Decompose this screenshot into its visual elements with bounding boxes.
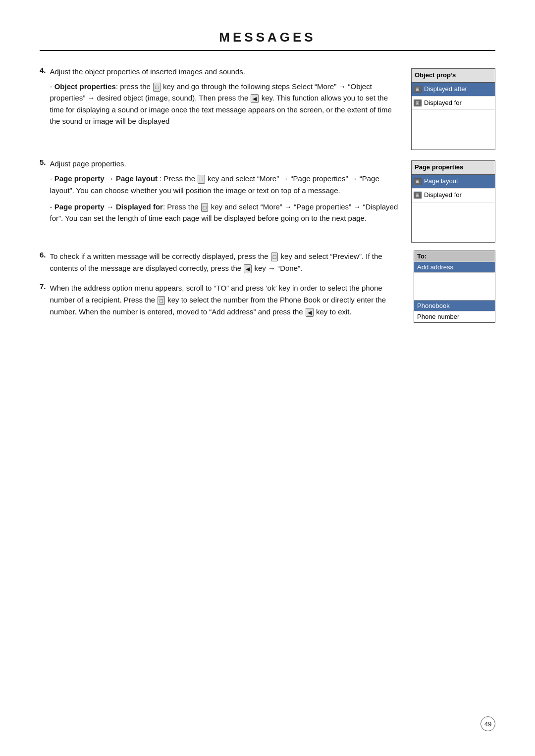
page-header: MESSAGES <box>40 30 495 45</box>
page-properties-panel-body <box>412 202 495 242</box>
step-6-number: 6. <box>40 251 46 274</box>
menu-key-4: □ <box>271 252 278 261</box>
step-6: 6. To check if a written message will be… <box>40 251 404 274</box>
step-5: 5. Adjust page properties. - Page proper… <box>40 158 495 242</box>
back-key-3: ◀ <box>306 308 314 317</box>
menu-key-5: □ <box>158 296 165 305</box>
object-props-panel-title: Object prop’s <box>412 69 495 83</box>
step-4-body: Adjust the object properties of inserted… <box>50 66 495 150</box>
object-props-panel-body <box>412 110 495 150</box>
grid-icon-1: ⊞ <box>414 86 422 93</box>
step-7: 7. When the address option menu appears,… <box>40 282 404 318</box>
object-props-panel: Object prop’s ⊞ Displayed after ⊞ Displa… <box>411 68 495 150</box>
to-panel: To: Add address Phonebook Phone number <box>414 251 495 323</box>
step-4-number: 4. <box>40 66 46 150</box>
to-panel-add-address: Add address <box>414 262 495 273</box>
step-5-sub2-label1: Page property <box>54 202 105 211</box>
grid-icon-3: ⊞ <box>414 178 422 185</box>
step-5-sub1: - Page property → Page layout : Press th… <box>50 173 401 196</box>
step-5-sub1-label1: Page property <box>54 174 105 183</box>
step-7-number: 7. <box>40 282 46 318</box>
object-props-row-displayed-for: ⊞ Displayed for <box>412 97 495 110</box>
menu-key-2: □ <box>198 175 205 184</box>
grid-icon-4: ⊞ <box>414 192 422 199</box>
step-5-sub2-label2: Displayed for <box>116 202 163 211</box>
page-properties-panel-title: Page properties <box>412 161 495 175</box>
steps-6-7-container: 6. To check if a written message will be… <box>40 251 495 326</box>
step-5-intro: Adjust page properties. <box>50 159 126 168</box>
step-5-number: 5. <box>40 158 46 242</box>
back-key-1: ◀ <box>251 94 259 103</box>
step-5-sub1-label2: Page layout <box>116 174 158 183</box>
page-properties-row-layout: ⊞ Page layout <box>412 175 495 189</box>
step-7-body: When the address option menu appears, sc… <box>50 282 404 318</box>
page-title: MESSAGES <box>40 30 495 45</box>
menu-key-1: □ <box>153 83 160 92</box>
step-5-body: Adjust page properties. - Page property … <box>50 158 495 242</box>
object-props-row-displayed-after: ⊞ Displayed after <box>412 83 495 97</box>
menu-key-3: □ <box>201 203 209 212</box>
to-panel-empty <box>414 273 495 300</box>
step-6-body: To check if a written message will be co… <box>50 251 404 274</box>
to-panel-phone-number: Phone number <box>414 311 495 322</box>
page-properties-panel: Page properties ⊞ Page layout ⊞ Displaye… <box>411 160 495 242</box>
back-key-2: ◀ <box>244 264 252 273</box>
to-panel-phonebook: Phonebook <box>414 301 495 311</box>
step-4: 4. Adjust the object properties of inser… <box>40 66 495 150</box>
header-divider <box>40 50 495 51</box>
step-4-intro: Adjust the object properties of inserted… <box>50 67 245 76</box>
step-5-sub2: - Page property → Displayed for: Press t… <box>50 201 401 224</box>
step-4-sub1-label: Object properties <box>54 82 116 91</box>
to-panel-bottom: Phonebook Phone number <box>414 300 495 322</box>
to-panel-title: To: <box>414 251 495 262</box>
page-properties-row-displayed-for: ⊞ Displayed for <box>412 189 495 202</box>
page-number: 49 <box>481 716 495 731</box>
step-4-sub1: - Object properties: press the □ key and… <box>50 81 401 127</box>
grid-icon-2: ⊞ <box>414 100 422 106</box>
